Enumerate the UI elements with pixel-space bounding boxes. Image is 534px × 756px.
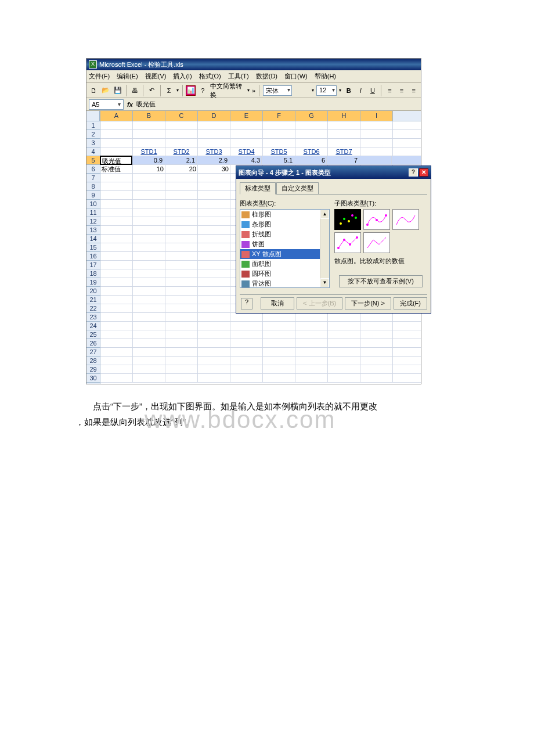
row-header[interactable]: 8: [86, 182, 100, 191]
cell[interactable]: [165, 235, 198, 243]
align-center-icon[interactable]: ≡: [397, 85, 407, 96]
chart-type-item[interactable]: 面积图: [240, 259, 329, 269]
row-header[interactable]: 23: [86, 313, 100, 322]
cell[interactable]: [133, 235, 165, 243]
menu-help[interactable]: 帮助(H): [315, 72, 336, 81]
cell[interactable]: 标准值: [100, 165, 133, 173]
cell[interactable]: [133, 182, 165, 190]
cell[interactable]: [230, 357, 263, 365]
cell[interactable]: 6: [294, 156, 327, 164]
cell[interactable]: [328, 374, 360, 382]
close-button[interactable]: ✕: [419, 168, 428, 177]
menu-view[interactable]: 视图(V): [145, 72, 167, 81]
row-header[interactable]: 24: [86, 322, 100, 330]
cell[interactable]: [295, 330, 328, 339]
cell[interactable]: [360, 130, 393, 138]
row-header[interactable]: 10: [86, 200, 100, 208]
cell[interactable]: [328, 365, 360, 373]
cell[interactable]: [165, 374, 198, 382]
cell[interactable]: [360, 365, 393, 373]
finish-button[interactable]: 完成(F): [394, 297, 427, 309]
cell[interactable]: [100, 322, 133, 330]
cell[interactable]: [360, 330, 393, 339]
cell[interactable]: [165, 287, 198, 295]
cell[interactable]: [100, 182, 133, 190]
cell[interactable]: [100, 287, 133, 295]
subtype-smooth-line-markers-icon[interactable]: [363, 209, 390, 230]
cell[interactable]: [165, 252, 198, 260]
cell[interactable]: [328, 348, 360, 356]
cell[interactable]: [165, 296, 198, 304]
cell[interactable]: [100, 304, 133, 312]
cell[interactable]: [360, 121, 393, 129]
cell[interactable]: [100, 278, 133, 286]
cell[interactable]: [328, 330, 360, 339]
cell[interactable]: [263, 330, 295, 339]
col-header[interactable]: H: [328, 111, 360, 121]
cell[interactable]: [295, 365, 328, 373]
cell[interactable]: [100, 348, 133, 356]
cell[interactable]: [328, 121, 360, 129]
chart-type-item[interactable]: 柱形图: [240, 210, 329, 219]
cell[interactable]: [133, 121, 165, 129]
cell[interactable]: [100, 226, 133, 234]
row-header[interactable]: 20: [86, 287, 100, 296]
cell[interactable]: [198, 235, 230, 243]
cell[interactable]: [295, 130, 328, 138]
cell[interactable]: [100, 296, 133, 304]
cell[interactable]: [263, 139, 295, 147]
cell[interactable]: [165, 139, 198, 147]
cell[interactable]: [133, 217, 165, 225]
cell[interactable]: [165, 269, 198, 278]
cell[interactable]: [295, 322, 328, 330]
menu-tools[interactable]: 工具(T): [228, 72, 249, 81]
row-header[interactable]: 17: [86, 261, 100, 269]
dropdown-icon[interactable]: ▾: [176, 88, 179, 93]
cell[interactable]: [263, 365, 295, 373]
menu-window[interactable]: 窗口(W): [284, 72, 308, 81]
tab-custom[interactable]: 自定义类型: [276, 182, 319, 194]
col-header[interactable]: A: [100, 111, 133, 121]
select-all-corner[interactable]: [86, 111, 100, 121]
cell[interactable]: [198, 200, 230, 208]
cell[interactable]: STD4: [230, 147, 263, 156]
cell[interactable]: [133, 287, 165, 295]
menu-edit[interactable]: 编辑(E): [117, 72, 138, 81]
subtype-smooth-line-icon[interactable]: [392, 209, 419, 230]
cell[interactable]: [133, 365, 165, 373]
cell[interactable]: [165, 191, 198, 199]
cell[interactable]: [133, 208, 165, 217]
cell[interactable]: [165, 339, 198, 347]
cell[interactable]: [100, 339, 133, 347]
cell[interactable]: [198, 217, 230, 225]
cell[interactable]: 5.1: [262, 156, 294, 164]
cell[interactable]: [165, 357, 198, 365]
cell[interactable]: [100, 252, 133, 260]
row-header[interactable]: 4: [86, 147, 100, 156]
row-header[interactable]: 3: [86, 139, 100, 147]
cell[interactable]: STD1: [133, 147, 165, 156]
bold-icon[interactable]: B: [344, 85, 353, 96]
cell[interactable]: [198, 296, 230, 304]
cell[interactable]: [230, 365, 263, 373]
row-header[interactable]: 16: [86, 252, 100, 261]
cell[interactable]: [198, 287, 230, 295]
cell[interactable]: [100, 269, 133, 278]
cell[interactable]: [165, 182, 198, 190]
row-header[interactable]: 28: [86, 357, 100, 365]
cell[interactable]: [295, 339, 328, 347]
cell[interactable]: [100, 374, 133, 382]
chart-wizard-icon[interactable]: 📊: [186, 85, 196, 96]
cell[interactable]: [100, 365, 133, 373]
cell[interactable]: STD2: [165, 147, 198, 156]
row-header[interactable]: 6: [86, 165, 100, 174]
cell[interactable]: [360, 348, 393, 356]
new-doc-icon[interactable]: 🗋: [89, 85, 99, 96]
cell[interactable]: [133, 252, 165, 260]
col-header[interactable]: B: [133, 111, 165, 121]
listbox-scrollbar[interactable]: ▲ ▼: [320, 210, 329, 287]
formula-value[interactable]: 吸光值: [136, 100, 418, 109]
cell[interactable]: [198, 182, 230, 190]
cell[interactable]: [230, 130, 263, 138]
cell[interactable]: [133, 191, 165, 199]
